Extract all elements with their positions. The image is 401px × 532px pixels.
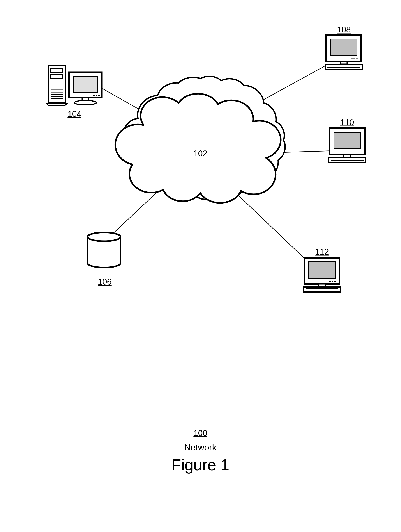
- footer-number: 100: [193, 429, 207, 438]
- svg-rect-16: [74, 77, 97, 92]
- client-tr-icon: [325, 35, 363, 69]
- server-icon: [46, 66, 102, 105]
- client-tr-label: 108: [337, 25, 351, 34]
- client-br-label: 112: [315, 247, 329, 257]
- svg-rect-51: [303, 287, 340, 292]
- cloud-label: 102: [193, 149, 207, 158]
- client-br-icon: [303, 258, 340, 292]
- server-label: 104: [68, 109, 81, 119]
- svg-rect-6: [51, 68, 63, 73]
- svg-rect-50: [319, 284, 325, 287]
- svg-point-23: [88, 232, 120, 241]
- database-label: 106: [98, 277, 111, 287]
- svg-rect-41: [328, 158, 366, 163]
- client-r-label: 110: [340, 118, 354, 127]
- diagram-canvas: 102 104 106 108 110 112 100 Network Figu…: [0, 0, 401, 532]
- figure-title: Figure 1: [172, 456, 229, 474]
- footer-caption: Network: [185, 443, 216, 452]
- svg-rect-7: [51, 74, 63, 78]
- svg-line-4: [111, 186, 163, 236]
- svg-rect-36: [334, 133, 360, 148]
- svg-point-18: [74, 101, 96, 105]
- svg-rect-40: [344, 155, 350, 157]
- database-icon: [88, 232, 120, 267]
- client-r-icon: [328, 128, 366, 163]
- svg-rect-26: [331, 39, 357, 55]
- svg-rect-31: [325, 64, 363, 69]
- cloud-icon: [115, 76, 285, 203]
- svg-rect-46: [309, 262, 335, 278]
- svg-rect-30: [340, 61, 347, 64]
